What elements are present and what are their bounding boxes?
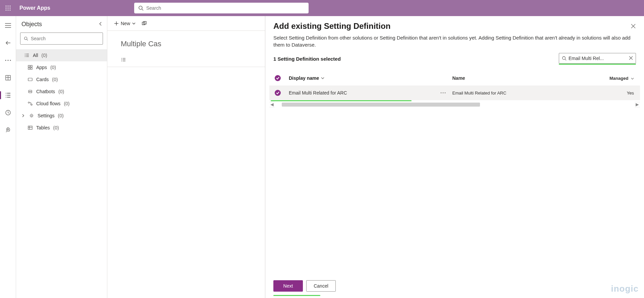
waffle-icon[interactable] bbox=[0, 5, 16, 11]
rail-menu-icon[interactable] bbox=[0, 20, 16, 31]
objects-search[interactable] bbox=[20, 33, 103, 45]
list-icon bbox=[121, 57, 126, 62]
svg-point-0 bbox=[6, 6, 7, 7]
svg-point-1 bbox=[8, 6, 9, 7]
row-managed: Yes bbox=[600, 91, 640, 96]
tree-cards[interactable]: Cards (0) bbox=[16, 73, 107, 85]
svg-line-64 bbox=[565, 59, 567, 61]
svg-point-43 bbox=[29, 91, 30, 92]
tree-settings[interactable]: Settings (0) bbox=[16, 110, 107, 122]
svg-line-10 bbox=[142, 9, 143, 10]
svg-point-44 bbox=[31, 91, 31, 92]
gear-icon bbox=[29, 113, 34, 118]
rail-rocket-icon[interactable] bbox=[0, 125, 16, 135]
col-managed-label: Managed bbox=[609, 76, 628, 81]
svg-point-3 bbox=[6, 8, 7, 9]
svg-point-28 bbox=[7, 129, 8, 130]
new-command[interactable]: New bbox=[114, 21, 136, 26]
row-more-icon[interactable] bbox=[436, 92, 450, 94]
global-search-input[interactable] bbox=[146, 5, 305, 11]
svg-point-29 bbox=[24, 37, 27, 40]
chevron-down-icon bbox=[321, 76, 324, 80]
table-icon bbox=[28, 125, 33, 130]
tree-chatbots[interactable]: Chatbots (0) bbox=[16, 85, 107, 98]
objects-title: Objects bbox=[21, 21, 42, 28]
tree-item-label: Cards bbox=[36, 77, 49, 82]
apps-icon bbox=[28, 65, 33, 70]
add-existing-command[interactable] bbox=[142, 21, 147, 26]
col-displayname-label: Display name bbox=[289, 75, 319, 81]
list-icon bbox=[24, 53, 30, 58]
collapse-pane-icon[interactable] bbox=[98, 21, 103, 27]
svg-point-47 bbox=[31, 115, 33, 117]
objects-search-input[interactable] bbox=[31, 36, 99, 41]
global-search[interactable] bbox=[134, 3, 309, 13]
search-icon bbox=[138, 5, 144, 11]
col-managed[interactable]: Managed bbox=[600, 76, 640, 81]
panel-search[interactable]: Email Multi Rel... bbox=[559, 53, 636, 64]
grid-header: Display name Name Managed bbox=[269, 71, 640, 85]
svg-rect-48 bbox=[28, 126, 32, 129]
horizontal-scrollbar[interactable]: ◄ ► bbox=[269, 102, 640, 107]
close-icon[interactable] bbox=[631, 23, 636, 30]
highlight-underline bbox=[271, 100, 412, 101]
add-existing-icon bbox=[142, 21, 147, 26]
watermark: inogic bbox=[611, 284, 639, 294]
svg-point-63 bbox=[562, 57, 566, 60]
cancel-button[interactable]: Cancel bbox=[306, 280, 336, 292]
rail-objects-icon[interactable] bbox=[0, 90, 16, 101]
panel-footer: Next Cancel bbox=[265, 276, 644, 298]
panel-title: Add existing Setting Definition bbox=[273, 21, 390, 31]
new-label: New bbox=[121, 21, 130, 26]
col-name[interactable]: Name bbox=[450, 75, 600, 81]
select-all[interactable] bbox=[269, 75, 286, 81]
highlight-underline bbox=[559, 64, 636, 65]
tree-cloudflows[interactable]: Cloud flows (0) bbox=[16, 98, 107, 110]
add-existing-panel: Add existing Setting Definition Select S… bbox=[265, 16, 644, 298]
svg-rect-39 bbox=[28, 68, 30, 69]
svg-point-15 bbox=[5, 60, 6, 61]
tree-all-count: (0) bbox=[42, 53, 47, 58]
svg-point-9 bbox=[139, 6, 142, 9]
tree-item-count: (0) bbox=[50, 65, 56, 70]
tree-item-count: (0) bbox=[64, 101, 69, 106]
next-button[interactable]: Next bbox=[273, 280, 303, 292]
clear-search-icon[interactable] bbox=[629, 56, 633, 61]
left-rail bbox=[0, 16, 16, 298]
col-displayname[interactable]: Display name bbox=[286, 75, 436, 81]
svg-point-7 bbox=[8, 10, 9, 11]
svg-point-2 bbox=[10, 6, 11, 7]
selection-summary: 1 Setting Definition selected bbox=[273, 56, 341, 62]
scroll-left-icon[interactable]: ◄ bbox=[269, 102, 275, 108]
tree-all-label: All bbox=[33, 53, 38, 58]
col-name-label: Name bbox=[452, 75, 465, 81]
rail-back-icon[interactable] bbox=[0, 38, 16, 48]
scroll-right-icon[interactable]: ► bbox=[635, 102, 640, 108]
scroll-thumb[interactable] bbox=[282, 103, 480, 107]
row-displayname: Email Multi Related for ARC bbox=[286, 90, 436, 96]
tree-item-label: Apps bbox=[36, 65, 47, 70]
tree-apps[interactable]: Apps (0) bbox=[16, 61, 107, 73]
rail-history-icon[interactable] bbox=[0, 107, 16, 118]
svg-rect-37 bbox=[28, 65, 30, 67]
svg-point-5 bbox=[10, 8, 11, 9]
panel-search-value: Email Multi Rel... bbox=[569, 56, 627, 61]
rail-more-icon[interactable] bbox=[0, 55, 16, 66]
rail-table-icon[interactable] bbox=[0, 72, 16, 83]
cancel-label: Cancel bbox=[314, 283, 328, 289]
objects-tree: All (0) Apps (0) Cards (0) Chatbots (0) … bbox=[16, 49, 107, 134]
tree-item-count: (0) bbox=[58, 113, 64, 118]
svg-rect-41 bbox=[28, 78, 32, 81]
svg-rect-38 bbox=[31, 65, 32, 67]
svg-point-4 bbox=[8, 8, 9, 9]
svg-rect-40 bbox=[31, 68, 32, 69]
tree-tables[interactable]: Tables (0) bbox=[16, 122, 107, 134]
svg-point-67 bbox=[440, 93, 441, 94]
tree-item-label: Settings bbox=[38, 113, 55, 118]
row-name: Email Multi Related for ARC bbox=[450, 91, 600, 96]
svg-line-30 bbox=[27, 39, 28, 40]
table-row[interactable]: Email Multi Related for ARC Email Multi … bbox=[269, 85, 640, 100]
tree-all[interactable]: All (0) bbox=[16, 49, 107, 61]
row-checkbox[interactable] bbox=[269, 90, 286, 96]
tree-item-label: Cloud flows bbox=[36, 101, 60, 106]
